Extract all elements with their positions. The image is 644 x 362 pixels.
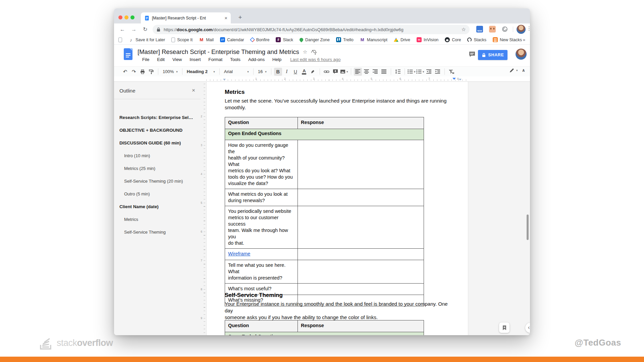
table-header-question[interactable]: Question: [225, 117, 298, 129]
bookmarks-overflow-icon[interactable]: »: [523, 37, 525, 42]
outline-item[interactable]: DISCUSSION GUIDE (60 min): [119, 140, 195, 145]
print-icon[interactable]: [139, 68, 147, 76]
bookmark-item[interactable]: Bonfire: [251, 38, 270, 42]
bookmark-item[interactable]: Danger Zone: [300, 38, 330, 42]
table-question-cell[interactable]: How do you currently gauge the health of…: [225, 140, 298, 189]
back-button[interactable]: ←: [118, 25, 127, 34]
section-heading-theming[interactable]: Self-Service Theming: [225, 292, 283, 299]
document-page[interactable]: Metrics Let me set the scene. You’ve suc…: [206, 82, 468, 335]
font-select[interactable]: Arial▾: [222, 68, 251, 76]
table-response-cell[interactable]: [298, 140, 424, 189]
bookmark-item[interactable]: Save it for Later: [128, 37, 165, 42]
chrome-menu-icon[interactable]: ⋮: [527, 25, 530, 32]
insert-link-icon[interactable]: [323, 68, 331, 76]
menu-edit[interactable]: Edit: [157, 57, 165, 62]
address-bar[interactable]: https://docs.google.com/document/d/1IwkN…: [153, 25, 470, 34]
table-response-cell[interactable]: [298, 189, 424, 206]
zoom-select[interactable]: 100%▾: [161, 68, 180, 76]
add-comment-icon[interactable]: [331, 68, 339, 76]
menu-help[interactable]: Help: [272, 57, 281, 62]
document-title[interactable]: [Master] Research Script - Enterprise Th…: [138, 48, 299, 56]
editing-mode-button[interactable]: ▾: [509, 68, 518, 73]
table-response-cell[interactable]: [298, 284, 424, 295]
underline-button[interactable]: U: [291, 68, 300, 76]
menu-view[interactable]: View: [172, 57, 182, 62]
forward-button[interactable]: →: [129, 25, 138, 34]
close-outline-icon[interactable]: ×: [192, 87, 195, 94]
decrease-indent-icon[interactable]: [425, 68, 433, 76]
explore-button[interactable]: [499, 322, 509, 333]
outline-item[interactable]: OBJECTIVE + BACKGROUND: [119, 128, 195, 133]
wireframe-link[interactable]: Wireframe: [228, 251, 250, 256]
outline-item[interactable]: Self-Service Theming (20 min): [124, 179, 199, 184]
line-spacing-icon[interactable]: [394, 68, 402, 76]
styles-select[interactable]: Heading 2▾: [185, 68, 217, 76]
new-tab-button[interactable]: +: [235, 13, 245, 22]
clear-formatting-icon[interactable]: [447, 68, 455, 76]
bookmark-item[interactable]: Stacks: [467, 38, 486, 42]
outline-item[interactable]: Metrics (25 min): [124, 166, 199, 171]
questions-table-theming[interactable]: QuestionResponseOpen Ended Questions: [225, 320, 424, 335]
paragraph[interactable]: Your Enterprise instance is running smoo…: [225, 301, 451, 321]
last-edit-link[interactable]: Last edit was 6 hours ago: [290, 57, 340, 62]
text-color-button[interactable]: A: [300, 68, 308, 76]
bookmark-item[interactable]: Mail: [199, 37, 214, 42]
redo-icon[interactable]: ↷: [130, 68, 138, 76]
table-group-row[interactable]: Open Ended Questions: [225, 332, 424, 336]
bookmark-item[interactable]: Scope It: [171, 38, 193, 42]
menu-insert[interactable]: Insert: [190, 57, 201, 62]
move-to-folder-icon[interactable]: [311, 50, 317, 55]
browser-tab[interactable]: [Master] Research Script - Ent ×: [141, 12, 231, 23]
italic-button[interactable]: I: [283, 68, 291, 76]
insert-image-icon[interactable]: ▾: [340, 68, 348, 76]
align-center-icon[interactable]: [363, 68, 371, 76]
font-size-select[interactable]: 16▾: [256, 68, 269, 76]
bulleted-list-icon[interactable]: ▾: [416, 68, 424, 76]
menu-add-ons[interactable]: Add-ons: [248, 57, 265, 62]
bookmark-item[interactable]: InVision: [417, 37, 438, 42]
table-header-response[interactable]: Response: [298, 320, 424, 332]
tab-close-icon[interactable]: ×: [224, 15, 228, 21]
section-heading-metrics[interactable]: Metrics: [225, 89, 245, 96]
outline-item[interactable]: Intro (10 min): [124, 153, 199, 158]
undo-icon[interactable]: ↶: [121, 68, 129, 76]
bookmark-item[interactable]: Trello: [336, 37, 354, 42]
extension-robot-icon[interactable]: [489, 26, 496, 33]
hide-menus-icon[interactable]: ∧: [522, 68, 525, 73]
table-header-question[interactable]: Question: [225, 320, 298, 332]
align-right-icon[interactable]: [371, 68, 379, 76]
paragraph[interactable]: Let me set the scene. You’ve successfull…: [225, 98, 451, 111]
extension-spiral-icon[interactable]: [501, 26, 508, 33]
increase-indent-icon[interactable]: [434, 68, 442, 76]
bookmark-item[interactable]: Manuscript: [360, 37, 387, 42]
vertical-ruler[interactable]: [204, 84, 205, 333]
bookmark-star-icon[interactable]: ☆: [462, 26, 466, 33]
table-group-row[interactable]: Open Ended Questions: [225, 129, 424, 140]
outline-item[interactable]: Outro (5 min): [124, 191, 199, 196]
left-indent-marker[interactable]: [223, 79, 226, 80]
bookmark-item[interactable]: Calendar: [220, 37, 244, 42]
outline-item[interactable]: Research Scripts: Enterprise Sel…: [119, 115, 195, 120]
collapse-sidebar-icon[interactable]: ‹: [525, 323, 530, 333]
outline-item[interactable]: Self-Service Theming: [124, 230, 199, 235]
justify-icon[interactable]: [380, 68, 388, 76]
table-response-cell[interactable]: [298, 249, 424, 260]
table-response-cell[interactable]: [298, 260, 424, 284]
account-avatar[interactable]: [516, 49, 527, 60]
highlight-color-button[interactable]: [309, 68, 317, 76]
table-question-cell[interactable]: Wireframe: [225, 249, 298, 260]
menu-format[interactable]: Format: [208, 57, 222, 62]
menu-tools[interactable]: Tools: [230, 57, 240, 62]
right-indent-marker[interactable]: [459, 79, 462, 80]
horizontal-ruler[interactable]: 12345678: [114, 76, 530, 82]
table-question-cell[interactable]: What metrics do you look at during renew…: [225, 189, 298, 206]
zoom-window-button[interactable]: [130, 15, 135, 19]
comments-icon[interactable]: [469, 51, 476, 58]
table-header-response[interactable]: Response: [298, 117, 424, 129]
star-document-icon[interactable]: ☆: [303, 49, 307, 55]
paint-format-icon[interactable]: [147, 68, 155, 76]
bookmark-item[interactable]: Slack: [276, 37, 293, 42]
bookmark-item[interactable]: Core: [445, 37, 461, 42]
table-question-cell[interactable]: You periodically send website metrics to…: [225, 206, 298, 249]
bookmark-item[interactable]: New Stacks: [493, 37, 522, 42]
